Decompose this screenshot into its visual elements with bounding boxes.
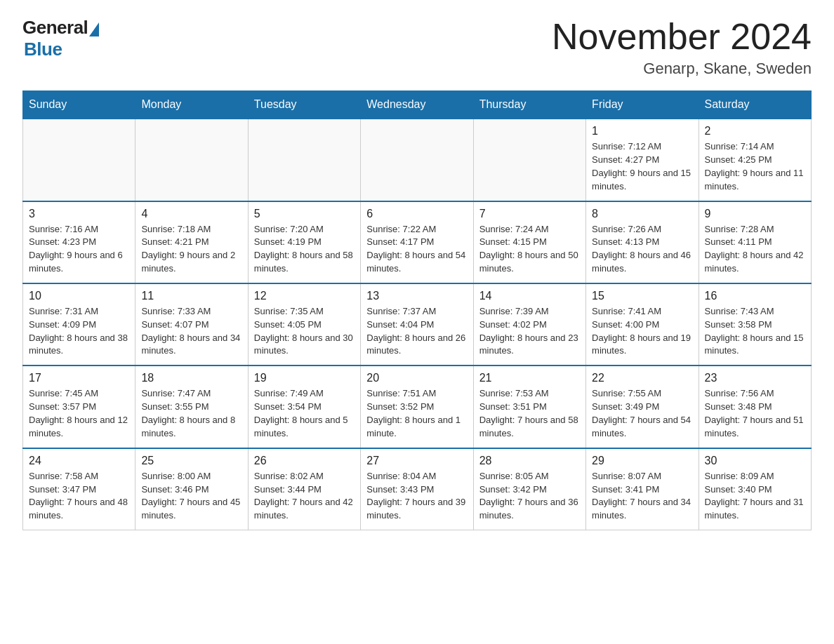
day-info: Sunrise: 7:39 AM Sunset: 4:02 PM Dayligh… xyxy=(479,305,580,358)
day-number: 5 xyxy=(254,208,355,220)
weekday-header-thursday: Thursday xyxy=(473,91,585,119)
weekday-header-sunday: Sunday xyxy=(23,91,135,119)
title-section: November 2024 Genarp, Skane, Sweden xyxy=(552,17,812,78)
day-number: 7 xyxy=(479,208,580,220)
calendar-cell: 12Sunrise: 7:35 AM Sunset: 4:05 PM Dayli… xyxy=(248,283,360,365)
calendar-cell: 28Sunrise: 8:05 AM Sunset: 3:42 PM Dayli… xyxy=(473,448,585,530)
calendar-table: SundayMondayTuesdayWednesdayThursdayFrid… xyxy=(22,90,812,530)
day-info: Sunrise: 7:18 AM Sunset: 4:21 PM Dayligh… xyxy=(141,223,241,276)
calendar-cell: 22Sunrise: 7:55 AM Sunset: 3:49 PM Dayli… xyxy=(586,365,699,448)
calendar-cell: 4Sunrise: 7:18 AM Sunset: 4:21 PM Daylig… xyxy=(135,201,248,283)
calendar-cell: 19Sunrise: 7:49 AM Sunset: 3:54 PM Dayli… xyxy=(248,365,360,448)
calendar-week-row: 3Sunrise: 7:16 AM Sunset: 4:23 PM Daylig… xyxy=(23,201,812,283)
calendar-cell: 7Sunrise: 7:24 AM Sunset: 4:15 PM Daylig… xyxy=(473,201,585,283)
day-info: Sunrise: 7:43 AM Sunset: 3:58 PM Dayligh… xyxy=(705,305,805,358)
weekday-header-friday: Friday xyxy=(586,91,699,119)
day-number: 3 xyxy=(29,208,129,220)
day-number: 13 xyxy=(366,290,467,302)
day-number: 26 xyxy=(254,455,355,467)
day-number: 21 xyxy=(479,372,580,384)
calendar-cell xyxy=(248,119,360,201)
day-number: 18 xyxy=(141,372,241,384)
calendar-cell: 26Sunrise: 8:02 AM Sunset: 3:44 PM Dayli… xyxy=(248,448,360,530)
calendar-week-row: 1Sunrise: 7:12 AM Sunset: 4:27 PM Daylig… xyxy=(23,119,812,201)
calendar-header: SundayMondayTuesdayWednesdayThursdayFrid… xyxy=(23,91,812,119)
calendar-cell: 11Sunrise: 7:33 AM Sunset: 4:07 PM Dayli… xyxy=(135,283,248,365)
day-info: Sunrise: 7:41 AM Sunset: 4:00 PM Dayligh… xyxy=(592,305,692,358)
day-info: Sunrise: 7:31 AM Sunset: 4:09 PM Dayligh… xyxy=(29,305,129,358)
day-number: 16 xyxy=(705,290,805,302)
day-info: Sunrise: 7:37 AM Sunset: 4:04 PM Dayligh… xyxy=(366,305,467,358)
logo-triangle-icon xyxy=(89,22,99,36)
calendar-week-row: 24Sunrise: 7:58 AM Sunset: 3:47 PM Dayli… xyxy=(23,448,812,530)
weekday-header-wednesday: Wednesday xyxy=(361,91,473,119)
day-info: Sunrise: 8:09 AM Sunset: 3:40 PM Dayligh… xyxy=(705,470,805,523)
calendar-cell: 5Sunrise: 7:20 AM Sunset: 4:19 PM Daylig… xyxy=(248,201,360,283)
day-info: Sunrise: 7:49 AM Sunset: 3:54 PM Dayligh… xyxy=(254,387,355,440)
day-number: 30 xyxy=(705,455,805,467)
calendar-cell: 1Sunrise: 7:12 AM Sunset: 4:27 PM Daylig… xyxy=(586,119,699,201)
calendar-cell: 15Sunrise: 7:41 AM Sunset: 4:00 PM Dayli… xyxy=(586,283,699,365)
day-number: 20 xyxy=(366,372,467,384)
calendar-cell xyxy=(23,119,135,201)
day-info: Sunrise: 7:22 AM Sunset: 4:17 PM Dayligh… xyxy=(366,223,467,276)
day-info: Sunrise: 7:45 AM Sunset: 3:57 PM Dayligh… xyxy=(29,387,129,440)
day-number: 25 xyxy=(141,455,241,467)
day-info: Sunrise: 7:55 AM Sunset: 3:49 PM Dayligh… xyxy=(592,387,692,440)
calendar-week-row: 10Sunrise: 7:31 AM Sunset: 4:09 PM Dayli… xyxy=(23,283,812,365)
day-info: Sunrise: 7:47 AM Sunset: 3:55 PM Dayligh… xyxy=(141,387,241,440)
day-info: Sunrise: 7:58 AM Sunset: 3:47 PM Dayligh… xyxy=(29,470,129,523)
day-info: Sunrise: 8:07 AM Sunset: 3:41 PM Dayligh… xyxy=(592,470,692,523)
page-header: General Blue November 2024 Genarp, Skane… xyxy=(22,17,812,78)
day-number: 27 xyxy=(366,455,467,467)
day-info: Sunrise: 7:56 AM Sunset: 3:48 PM Dayligh… xyxy=(705,387,805,440)
calendar-cell: 27Sunrise: 8:04 AM Sunset: 3:43 PM Dayli… xyxy=(361,448,473,530)
logo: General Blue xyxy=(22,17,99,60)
calendar-cell: 8Sunrise: 7:26 AM Sunset: 4:13 PM Daylig… xyxy=(586,201,699,283)
day-number: 28 xyxy=(479,455,580,467)
day-number: 1 xyxy=(592,125,692,137)
calendar-cell xyxy=(135,119,248,201)
calendar-cell xyxy=(473,119,585,201)
day-info: Sunrise: 8:00 AM Sunset: 3:46 PM Dayligh… xyxy=(141,470,241,523)
weekday-header-monday: Monday xyxy=(135,91,248,119)
day-number: 19 xyxy=(254,372,355,384)
calendar-cell: 29Sunrise: 8:07 AM Sunset: 3:41 PM Dayli… xyxy=(586,448,699,530)
day-number: 4 xyxy=(141,208,241,220)
day-info: Sunrise: 7:28 AM Sunset: 4:11 PM Dayligh… xyxy=(705,223,805,276)
calendar-cell: 30Sunrise: 8:09 AM Sunset: 3:40 PM Dayli… xyxy=(699,448,811,530)
calendar-cell: 17Sunrise: 7:45 AM Sunset: 3:57 PM Dayli… xyxy=(23,365,135,448)
day-number: 17 xyxy=(29,372,129,384)
day-info: Sunrise: 7:35 AM Sunset: 4:05 PM Dayligh… xyxy=(254,305,355,358)
calendar-cell: 20Sunrise: 7:51 AM Sunset: 3:52 PM Dayli… xyxy=(361,365,473,448)
day-info: Sunrise: 7:26 AM Sunset: 4:13 PM Dayligh… xyxy=(592,223,692,276)
day-number: 9 xyxy=(705,208,805,220)
weekday-header-tuesday: Tuesday xyxy=(248,91,360,119)
calendar-cell: 6Sunrise: 7:22 AM Sunset: 4:17 PM Daylig… xyxy=(361,201,473,283)
day-info: Sunrise: 7:16 AM Sunset: 4:23 PM Dayligh… xyxy=(29,223,129,276)
day-number: 10 xyxy=(29,290,129,302)
day-number: 14 xyxy=(479,290,580,302)
calendar-cell: 16Sunrise: 7:43 AM Sunset: 3:58 PM Dayli… xyxy=(699,283,811,365)
weekday-header-saturday: Saturday xyxy=(699,91,811,119)
day-info: Sunrise: 7:53 AM Sunset: 3:51 PM Dayligh… xyxy=(479,387,580,440)
calendar-cell: 9Sunrise: 7:28 AM Sunset: 4:11 PM Daylig… xyxy=(699,201,811,283)
calendar-week-row: 17Sunrise: 7:45 AM Sunset: 3:57 PM Dayli… xyxy=(23,365,812,448)
calendar-cell xyxy=(361,119,473,201)
calendar-subtitle: Genarp, Skane, Sweden xyxy=(552,60,812,78)
day-number: 24 xyxy=(29,455,129,467)
day-info: Sunrise: 7:12 AM Sunset: 4:27 PM Dayligh… xyxy=(592,140,692,193)
day-number: 8 xyxy=(592,208,692,220)
day-number: 29 xyxy=(592,455,692,467)
calendar-body: 1Sunrise: 7:12 AM Sunset: 4:27 PM Daylig… xyxy=(23,119,812,530)
day-info: Sunrise: 7:20 AM Sunset: 4:19 PM Dayligh… xyxy=(254,223,355,276)
calendar-cell: 13Sunrise: 7:37 AM Sunset: 4:04 PM Dayli… xyxy=(361,283,473,365)
day-number: 15 xyxy=(592,290,692,302)
day-info: Sunrise: 8:02 AM Sunset: 3:44 PM Dayligh… xyxy=(254,470,355,523)
calendar-cell: 10Sunrise: 7:31 AM Sunset: 4:09 PM Dayli… xyxy=(23,283,135,365)
calendar-cell: 24Sunrise: 7:58 AM Sunset: 3:47 PM Dayli… xyxy=(23,448,135,530)
day-info: Sunrise: 7:14 AM Sunset: 4:25 PM Dayligh… xyxy=(705,140,805,193)
calendar-cell: 2Sunrise: 7:14 AM Sunset: 4:25 PM Daylig… xyxy=(699,119,811,201)
calendar-cell: 23Sunrise: 7:56 AM Sunset: 3:48 PM Dayli… xyxy=(699,365,811,448)
day-info: Sunrise: 8:04 AM Sunset: 3:43 PM Dayligh… xyxy=(366,470,467,523)
